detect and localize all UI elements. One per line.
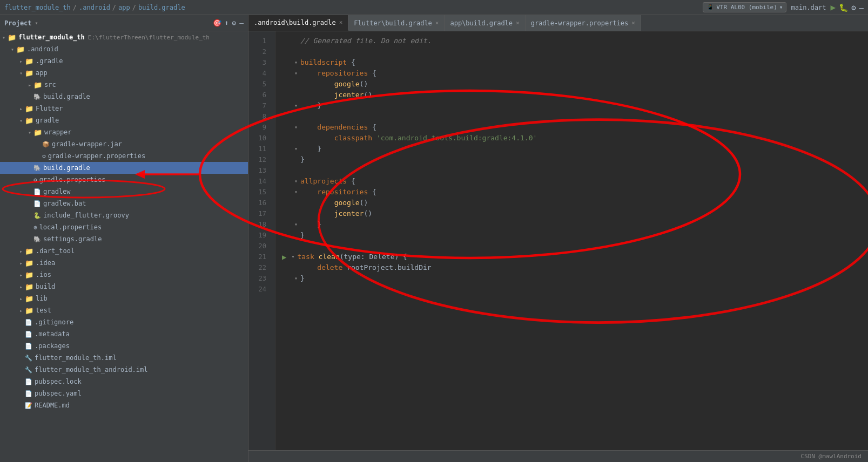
tab-1[interactable]: Flutter\build.gradle× [348,15,445,31]
code-text: repositories { [300,187,864,198]
fold-icon[interactable]: ▾ [292,144,300,154]
tab-close-icon[interactable]: × [516,19,520,26]
line-number: 14 [248,176,271,187]
code-area[interactable]: // Generated file. Do not edit.▾buildscr… [275,31,868,450]
tree-item-dart_tool[interactable]: ▸📁.dart_tool [0,245,248,257]
expand-icon[interactable]: ▾ [17,118,25,124]
code-line-22: delete rootProject.buildDir [282,262,864,273]
code-line-8 [282,111,864,122]
expand-icon[interactable]: ▸ [26,82,33,88]
expand-icon[interactable]: ▾ [0,35,8,40]
device-selector[interactable]: 📱 VTR AL00 (mobile) ▾ [703,2,786,12]
expand-icon[interactable]: ▸ [17,58,25,64]
tab-close-icon[interactable]: × [435,19,439,26]
expand-icon[interactable]: ▸ [17,308,25,314]
breadcrumb-file[interactable]: build.gradle [138,4,185,11]
tree-item-idea[interactable]: ▸📁.idea [0,257,248,269]
tree-item-settings_gradle[interactable]: 🐘settings.gradle [0,233,248,245]
fold-icon[interactable]: ▾ [292,122,300,133]
tab-label: gradle-wrapper.properties [531,19,629,27]
settings-icon[interactable]: ⚙ [851,3,856,12]
settings-icon[interactable]: ⚙ [232,19,236,27]
editor-content: 123456789101112131415161718192021222324 … [248,31,868,450]
breadcrumb-android[interactable]: .android [79,4,110,11]
minimize-icon[interactable]: — [239,19,244,27]
tree-item-ios[interactable]: ▸📁.ios [0,269,248,281]
tree-item-flutter[interactable]: ▸📁Flutter [0,103,248,114]
tree-item-wrapper[interactable]: ▾📁wrapper [0,126,248,138]
code-text: google() [300,79,864,90]
tab-2[interactable]: app\build.gradle× [445,15,525,31]
code-text: allprojects { [300,176,864,187]
expand-icon[interactable]: ▸ [17,272,25,278]
tree-item-gitignore[interactable]: 📄.gitignore [0,316,248,328]
tree-item-lib[interactable]: ▸📁lib [0,293,248,304]
fold-icon[interactable]: ▾ [292,187,300,198]
fold-icon[interactable]: ▾ [292,68,300,79]
tab-0[interactable]: .android\build.gradle× [248,15,348,31]
tree-item-gradle_wrapper_jar[interactable]: 📦gradle-wrapper.jar [0,138,248,150]
expand-icon[interactable]: ▾ [9,46,16,52]
code-line-16: google() [282,198,864,208]
fold-icon[interactable]: ▾ [292,273,300,284]
tree-item-android[interactable]: ▾📁.android [0,43,248,55]
tree-item-build[interactable]: ▸📁build [0,281,248,293]
code-text: } [300,219,864,230]
tree-item-iml[interactable]: 🔧flutter_module_th.iml [0,352,248,364]
tree-item-android_iml[interactable]: 🔧flutter_module_th_android.iml [0,364,248,376]
tree-item-metadata[interactable]: 📄.metadata [0,328,248,340]
tree-item-pubspec_yaml[interactable]: 📄pubspec.yaml [0,388,248,399]
minimize-icon[interactable]: — [859,3,864,12]
fold-icon[interactable]: ▾ [292,57,300,68]
tree-item-include_flutter[interactable]: 🐍include_flutter.groovy [0,209,248,221]
tree-item-gradlew[interactable]: 📄gradlew [0,186,248,198]
fold-icon[interactable]: ▾ [288,252,297,262]
folder-icon: 📁 [25,295,33,303]
tree-item-test[interactable]: ▸📁test [0,304,248,316]
run-gutter-icon[interactable]: ▶ [282,252,286,262]
fold-icon[interactable]: ▾ [292,100,300,111]
tree-item-app[interactable]: ▾📁app [0,67,248,79]
tree-item-pubspec_lock[interactable]: 📄pubspec.lock [0,376,248,388]
tree-item-gradle_wrapper_props[interactable]: ⚙gradle-wrapper.properties [0,150,248,162]
tree-item-local_properties[interactable]: ⚙local.properties [0,221,248,233]
tree-item-packages[interactable]: 📄.packages [0,340,248,352]
tree-item-flutter_module_th[interactable]: ▾📁flutter_module_thE:\flutterThreen\flut… [0,31,248,43]
line-number: 21 [248,252,271,262]
expand-icon[interactable]: ▸ [17,260,25,266]
expand-icon[interactable]: ▸ [17,296,25,302]
expand-icon[interactable]: ▸ [17,248,25,254]
collapse-all-icon[interactable]: ⬆ [225,19,229,27]
tree-item-build_gradle_app[interactable]: 🐘build.gradle [0,91,248,103]
tree-item-readme[interactable]: 📝README.md [0,399,248,411]
tree-item-gradle_folder[interactable]: ▸📁.gradle [0,55,248,67]
expand-icon[interactable]: ▸ [17,106,25,112]
expand-icon[interactable]: ▸ [17,284,25,290]
jar-file-icon: 📦 [42,141,50,148]
expand-icon[interactable]: ▾ [26,130,33,135]
tree-item-gradlew_bat[interactable]: 📄gradlew.bat [0,198,248,209]
tree-item-gradle[interactable]: ▾📁gradle [0,114,248,126]
sidebar: Project ▾ 🎯 ⬆ ⚙ — ▾📁flutter_module_thE:\… [0,15,248,462]
file-icon: 📄 [33,200,41,207]
tree-item-label: gradle-wrapper.jar [52,140,122,148]
tree-item-label: test [36,307,51,314]
locate-icon[interactable]: 🎯 [213,19,221,27]
tree-item-src[interactable]: ▸📁src [0,79,248,91]
breadcrumb-module[interactable]: flutter_module_th [4,4,71,11]
expand-icon[interactable]: ▾ [17,70,25,76]
tab-close-icon[interactable]: × [339,19,343,26]
tree-item-build_gradle_root[interactable]: 🐘build.gradle [0,162,248,174]
fold-icon[interactable]: ▾ [292,219,300,230]
iml-file-icon: 🔧 [25,366,32,373]
folder-icon: 📁 [25,271,33,279]
tree-item-gradle_properties[interactable]: ⚙gradle.properties [0,174,248,186]
breadcrumb: flutter_module_th / .android / app / bui… [4,4,185,11]
breadcrumb-app[interactable]: app [118,4,130,11]
run-button[interactable]: ▶ [830,2,836,12]
tab-3[interactable]: gradle-wrapper.properties× [526,15,641,31]
tree-item-label: src [44,81,56,89]
debug-button[interactable]: 🐛 [839,3,848,12]
tab-close-icon[interactable]: × [631,19,635,26]
fold-icon[interactable]: ▾ [292,176,300,187]
